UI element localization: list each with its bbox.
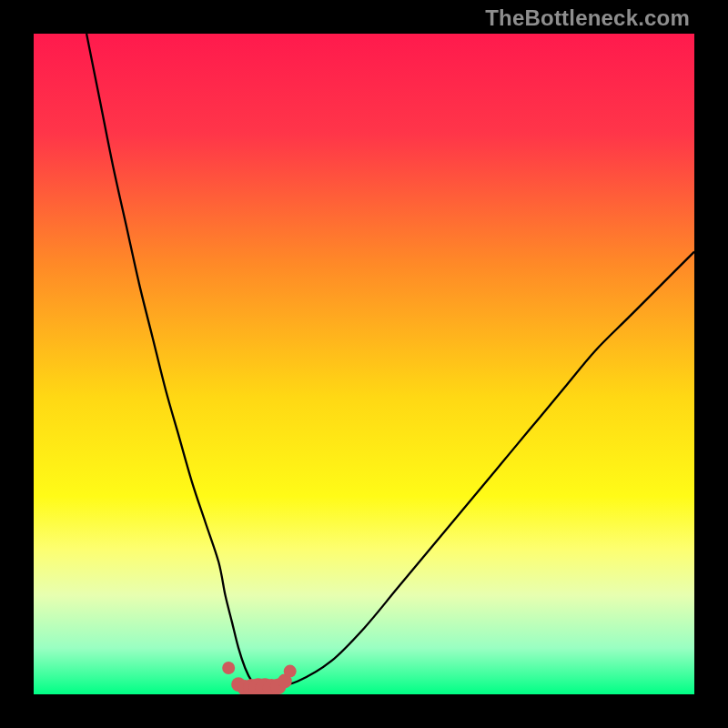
watermark-text: TheBottleneck.com [485,5,690,31]
bottleneck-curve [86,34,694,689]
curve-layer [34,34,694,694]
dot [222,662,235,674]
dot [284,665,297,678]
chart-frame: TheBottleneck.com [0,0,728,728]
near-zero-dots [222,662,297,694]
plot-area [34,34,694,694]
